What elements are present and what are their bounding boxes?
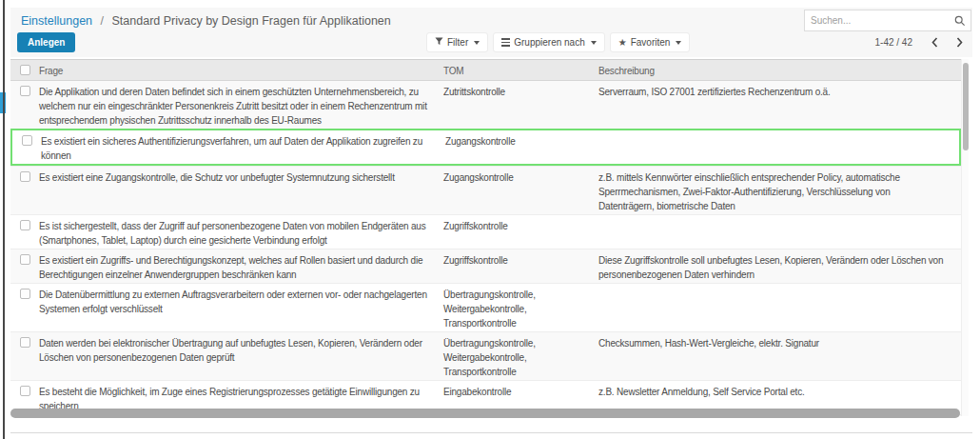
row-checkbox[interactable] xyxy=(20,86,30,96)
horizontal-scrollbar-thumb[interactable] xyxy=(10,409,960,418)
cell-tom: Übertragungskontrolle, Weitergabekontrol… xyxy=(443,332,598,380)
column-header-tom[interactable]: TOM xyxy=(443,60,598,80)
cell-frage: Die Applikation und deren Daten befindet… xyxy=(39,81,443,129)
filter-group: Filter Gruppieren nach ★ Favoriten xyxy=(426,32,690,52)
cell-frage: Es existiert ein Zugriffs- und Berechtig… xyxy=(39,249,443,283)
search-icon[interactable] xyxy=(950,15,970,27)
breadcrumb-link-einstellungen[interactable]: Einstellungen xyxy=(21,14,92,28)
pager-next-button[interactable] xyxy=(949,32,970,52)
table-row[interactable]: Es existiert ein Zugriffs- und Berechtig… xyxy=(10,249,961,283)
cell-beschreibung: z.B. mittels Kennwörter einschließlich e… xyxy=(598,167,961,214)
table-row[interactable]: Es ist sichergestellt, dass der Zugriff … xyxy=(10,214,961,249)
cell-frage: Die Datenübermittlung zu externen Auftra… xyxy=(39,284,443,331)
search-input[interactable] xyxy=(805,15,950,26)
cell-beschreibung: Serverraum, ISO 27001 zertifiziertes Rec… xyxy=(598,81,961,129)
window-edge-line xyxy=(3,0,5,439)
app-window: Einstellungen / Standard Privacy by Desi… xyxy=(10,8,972,433)
table-row[interactable]: Die Datenübermittlung zu externen Auftra… xyxy=(10,283,961,331)
cell-tom: Zugangskontrolle xyxy=(445,130,600,164)
filter-button-label: Filter xyxy=(447,37,468,48)
table-header-row: Frage TOM Beschreibung xyxy=(10,59,961,81)
favorites-button[interactable]: ★ Favoriten xyxy=(610,32,691,52)
table-row[interactable]: Die Applikation und deren Daten befindet… xyxy=(10,81,961,129)
chevron-down-icon xyxy=(474,41,480,45)
column-header-frage[interactable]: Frage xyxy=(39,60,443,80)
breadcrumb-separator: / xyxy=(101,14,104,28)
row-checkbox[interactable] xyxy=(22,135,32,146)
row-checkbox[interactable] xyxy=(20,171,30,182)
star-icon: ★ xyxy=(618,38,627,48)
row-checkbox[interactable] xyxy=(20,289,30,299)
breadcrumb: Einstellungen / Standard Privacy by Desi… xyxy=(21,14,391,28)
row-checkbox[interactable] xyxy=(20,220,30,230)
favorites-button-label: Favoriten xyxy=(631,37,671,48)
select-all-checkbox[interactable] xyxy=(20,65,30,75)
cell-beschreibung: Checksummen, Hash-Wert-Vergleiche, elekt… xyxy=(598,332,961,380)
control-panel: Einstellungen / Standard Privacy by Desi… xyxy=(10,8,972,57)
chevron-down-icon xyxy=(676,41,681,45)
cell-tom: Zugriffskontrolle xyxy=(443,215,598,249)
search-box xyxy=(804,10,971,31)
group-by-button-label: Gruppieren nach xyxy=(514,37,585,48)
row-checkbox[interactable] xyxy=(20,386,30,396)
pager-prev-button[interactable] xyxy=(924,32,945,52)
column-header-beschreibung[interactable]: Beschreibung xyxy=(598,60,961,80)
table-row[interactable]: Es existiert eine Zugangskontrolle, die … xyxy=(10,166,961,214)
group-by-lines-icon xyxy=(501,38,510,47)
table-row[interactable]: Daten werden bei elektronischer Übertrag… xyxy=(10,331,961,380)
filter-funnel-icon xyxy=(435,37,443,48)
breadcrumb-current: Standard Privacy by Design Fragen für Ap… xyxy=(112,14,391,28)
cell-beschreibung xyxy=(600,130,959,164)
cell-frage: Es ist sichergestellt, dass der Zugriff … xyxy=(39,215,443,249)
table-row[interactable]: Es existiert ein sicheres Authentifizier… xyxy=(10,129,961,166)
row-checkbox[interactable] xyxy=(20,254,30,265)
row-checkbox[interactable] xyxy=(20,337,30,348)
pager-range: 1-42 / 42 xyxy=(875,37,912,48)
cell-frage: Daten werden bei elektronischer Übertrag… xyxy=(39,332,443,380)
vertical-scrollbar[interactable] xyxy=(961,59,969,416)
filter-button[interactable]: Filter xyxy=(426,32,488,52)
cell-tom: Zutrittskontrolle xyxy=(443,81,598,129)
cell-frage: Es existiert eine Zugangskontrolle, die … xyxy=(39,167,443,214)
cell-beschreibung xyxy=(598,215,961,249)
vertical-scrollbar-thumb[interactable] xyxy=(963,63,969,150)
control-panel-top: Einstellungen / Standard Privacy by Desi… xyxy=(10,8,972,32)
cell-tom: Übertragungskontrolle, Weitergabekontrol… xyxy=(443,284,598,331)
list-view: Frage TOM Beschreibung Die Applikation u… xyxy=(10,59,961,416)
table-body: Die Applikation und deren Daten befindet… xyxy=(10,81,961,416)
group-by-button[interactable]: Gruppieren nach xyxy=(493,32,605,52)
cell-tom: Zugriffskontrolle xyxy=(443,249,598,283)
control-panel-bottom: Anlegen Filter Gruppieren nach xyxy=(10,32,972,57)
cell-beschreibung: Diese Zugriffskontrolle soll unbefugtes … xyxy=(598,249,961,283)
chevron-down-icon xyxy=(591,41,597,45)
cell-frage: Es existiert ein sicheres Authentifizier… xyxy=(41,130,445,164)
pager: 1-42 / 42 xyxy=(875,32,970,52)
cell-beschreibung xyxy=(598,284,961,331)
cell-tom: Zugangskontrolle xyxy=(443,167,598,214)
page: Einstellungen / Standard Privacy by Desi… xyxy=(0,0,980,439)
create-button[interactable]: Anlegen xyxy=(17,32,75,52)
